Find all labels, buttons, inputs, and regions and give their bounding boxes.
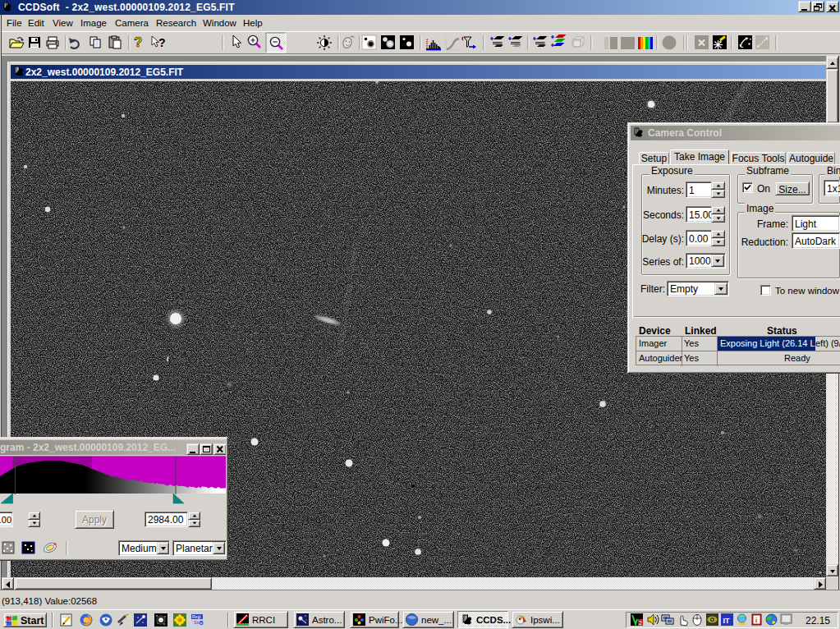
svg-text:?: ? bbox=[158, 36, 166, 49]
svg-text:2: 2 bbox=[639, 620, 642, 626]
svg-text:5: 5 bbox=[200, 619, 204, 627]
svg-text:?: ? bbox=[134, 34, 142, 50]
svg-text:IT: IT bbox=[723, 617, 731, 625]
